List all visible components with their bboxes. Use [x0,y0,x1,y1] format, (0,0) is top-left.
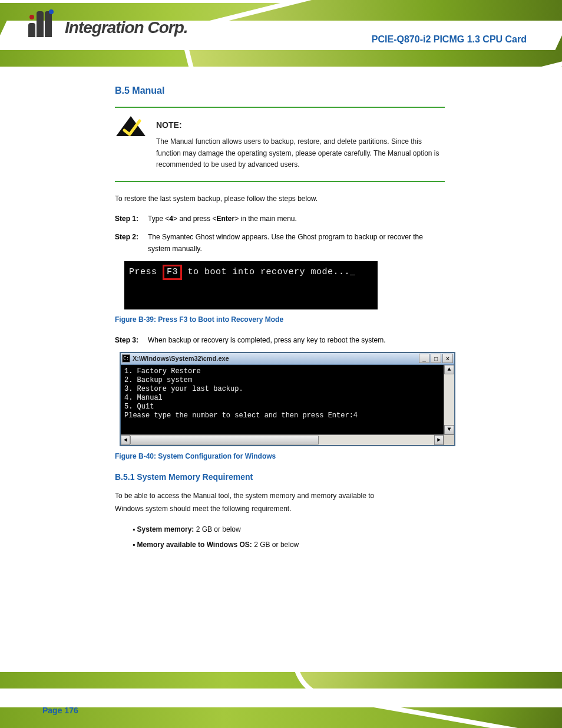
step-1-enter: Enter [216,215,234,223]
logo-mark-icon [28,9,61,37]
sub-text-2: Windows system should meet the following… [115,503,445,515]
footer-white-stripe [0,689,562,707]
f3-highlight: F3 [163,265,182,280]
step-2-label: Step 2: [115,231,138,243]
cmd-horizontal-scrollbar[interactable]: ◄ ► [121,434,454,445]
step-2: Step 2: The Symantec Ghost window appear… [115,231,445,255]
cmd-title-text: X:\Windows\System32\cmd.exe [133,355,416,362]
step-1: Step 1: Type <4> and press <Enter> in th… [115,213,445,225]
maximize-button[interactable]: □ [431,354,441,363]
cmd-system-menu-icon[interactable]: C: [122,354,130,363]
document-title: PCIE-Q870-i2 PICMG 1.3 CPU Card [372,34,527,45]
step-1-text-part3: > in the main menu. [234,215,297,223]
top-banner: Integration Corp. [0,0,562,67]
sub-text-1: To be able to access the Manual tool, th… [115,490,445,502]
scroll-down-icon[interactable]: ▼ [444,425,454,434]
step-3-text: When backup or recovery is completed, pr… [148,336,386,344]
bullet-1-val: 2 GB or below [194,525,240,533]
green-rule-top [115,107,445,108]
hscroll-thumb[interactable] [130,436,319,444]
section-heading: B.5 Manual [115,85,445,96]
figure-caption-2: Figure B-40: System Configuration for Wi… [115,452,445,460]
note-title: NOTE: [156,118,445,131]
boot-line-prefix: Press [129,267,163,277]
step-1-label: Step 1: [115,213,138,225]
bullet-2: ▪ Memory available to Windows OS: 2 GB o… [115,539,445,551]
bullet-1: ▪ System memory: 2 GB or below [115,523,445,535]
step-1-text-part1: Type < [148,215,169,223]
cmd-window-buttons: _ □ × [419,354,453,363]
step-2-text: The Symantec Ghost window appears. Use t… [148,233,423,253]
logo-text: Integration Corp. [65,18,188,37]
scroll-up-icon[interactable]: ▲ [444,365,454,374]
scroll-left-icon[interactable]: ◄ [121,435,130,445]
scroll-right-icon[interactable]: ► [434,435,444,445]
close-button[interactable]: × [442,354,453,363]
minimize-button[interactable]: _ [419,354,429,363]
step-3: Step 3: When backup or recovery is compl… [115,334,445,346]
cmd-vertical-scrollbar[interactable]: ▲ ▼ [444,365,454,434]
green-rule-bottom [115,181,445,182]
boot-line-suffix: to boot into recovery mode..._ [182,267,356,277]
bullet-1-label: System memory: [137,525,194,533]
note-block: NOTE: The Manual function allows users t… [115,118,445,170]
scroll-corner [444,435,454,445]
brand-logo: Integration Corp. [28,9,188,37]
bottom-banner [0,672,562,728]
vscroll-track[interactable] [444,374,454,425]
bullet-2-val: 2 GB or below [252,541,299,549]
note-body: The Manual function allows users to back… [156,136,445,170]
step-1-text-part2: > and press < [173,215,216,223]
content-column: B.5 Manual NOTE: The Manual function all… [115,85,445,554]
figure-caption-1: Figure B-39: Press F3 to Boot into Recov… [115,315,445,324]
subsection-heading: B.5.1 System Memory Requirement [115,472,445,482]
page-number: Page 176 [42,706,78,715]
intro-text: To restore the last system backup, pleas… [115,193,445,205]
cmd-body[interactable]: 1. Factory Restore 2. Backup system 3. R… [121,365,444,434]
cmd-body-wrapper: 1. Factory Restore 2. Backup system 3. R… [121,365,454,434]
step-3-label: Step 3: [115,334,138,346]
note-icon [115,115,147,137]
boot-terminal-screenshot: Press F3 to boot into recovery mode..._ [124,261,378,309]
cmd-window: C: X:\Windows\System32\cmd.exe _ □ × 1. … [120,352,455,446]
hscroll-track[interactable] [130,435,434,445]
cmd-titlebar: C: X:\Windows\System32\cmd.exe _ □ × [121,353,454,365]
bullet-2-label: Memory available to Windows OS: [137,541,252,549]
